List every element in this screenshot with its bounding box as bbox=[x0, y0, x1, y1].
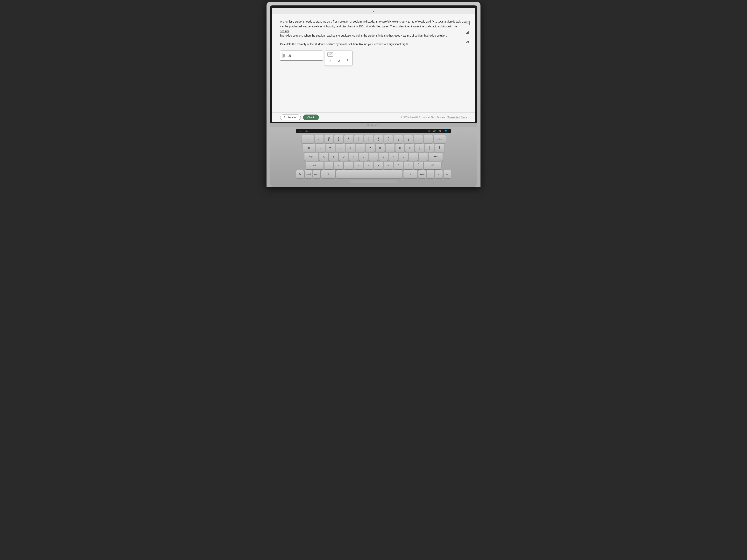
key-j[interactable]: J bbox=[379, 153, 388, 161]
key-2[interactable]: @2 bbox=[325, 135, 333, 143]
key-v[interactable]: V bbox=[354, 162, 363, 169]
periodic-table-button[interactable]: Ar bbox=[464, 38, 471, 45]
touchbar-settings-icon[interactable]: ✳ bbox=[428, 130, 430, 132]
key-k[interactable]: K bbox=[389, 153, 398, 161]
command-left-key[interactable]: ⌘ bbox=[321, 170, 335, 178]
esc-key[interactable]: esc bbox=[302, 135, 314, 143]
calculator-button[interactable] bbox=[464, 20, 471, 26]
spacebar-key[interactable] bbox=[336, 170, 403, 178]
touchbar-mute-icon[interactable]: 🔇 bbox=[439, 130, 442, 132]
key-b[interactable]: B bbox=[364, 162, 373, 169]
key-u[interactable]: U bbox=[376, 144, 385, 152]
delete-key[interactable]: delete bbox=[434, 135, 446, 143]
fn-key[interactable]: fn bbox=[296, 170, 304, 178]
key-8[interactable]: *8 bbox=[384, 135, 393, 143]
unit-symbol-box bbox=[282, 53, 287, 58]
key-w[interactable]: W bbox=[326, 144, 335, 152]
key-h[interactable]: H bbox=[369, 153, 378, 161]
key-semicolon[interactable]: :; bbox=[409, 153, 418, 161]
touchbar-volume-icon[interactable]: 🔊 bbox=[433, 130, 436, 132]
key-bracket-left[interactable]: {[ bbox=[415, 144, 424, 152]
key-period[interactable]: >. bbox=[404, 162, 413, 169]
key-quote[interactable]: "' bbox=[419, 153, 428, 161]
command-right-key[interactable]: ⌘ bbox=[404, 170, 417, 178]
chevron-down-icon[interactable]: ⌄ bbox=[372, 8, 375, 13]
svg-rect-3 bbox=[467, 23, 468, 23]
key-o[interactable]: O bbox=[395, 144, 405, 152]
svg-rect-1 bbox=[466, 21, 469, 22]
key-q[interactable]: Q bbox=[316, 144, 325, 152]
key-3[interactable]: #3 bbox=[334, 135, 343, 143]
input-row: M □ ×10 × ↺ ? bbox=[280, 51, 467, 66]
touchbar-hi: Hi bbox=[300, 130, 301, 132]
key-f[interactable]: F bbox=[349, 153, 358, 161]
key-7[interactable]: &7 bbox=[374, 135, 383, 143]
option-right-key[interactable]: option bbox=[418, 170, 426, 178]
check-button[interactable]: Check bbox=[303, 114, 319, 120]
key-6[interactable]: ^6 bbox=[364, 135, 373, 143]
option-left-key[interactable]: option bbox=[313, 170, 320, 178]
svg-rect-9 bbox=[467, 32, 468, 34]
key-backslash[interactable]: |\ bbox=[435, 144, 444, 152]
key-n[interactable]: N bbox=[374, 162, 383, 169]
key-p[interactable]: P bbox=[405, 144, 414, 152]
svg-rect-4 bbox=[468, 23, 469, 23]
key-1[interactable]: !1 bbox=[314, 135, 324, 143]
bar-chart-button[interactable] bbox=[464, 29, 471, 36]
control-key[interactable]: control bbox=[305, 170, 312, 178]
superscript-button[interactable]: □ ×10 bbox=[327, 52, 333, 57]
key-minus[interactable]: _- bbox=[414, 135, 423, 143]
key-row-2: tab Q W E R T Y U I O P {[ }] |\ bbox=[294, 144, 453, 152]
key-m[interactable]: M bbox=[384, 162, 393, 169]
key-s[interactable]: S bbox=[329, 153, 338, 161]
key-r[interactable]: R bbox=[346, 144, 355, 152]
key-0[interactable]: )0 bbox=[404, 135, 413, 143]
arrow-down-key[interactable]: ▽ bbox=[435, 170, 442, 178]
keyboard-area: Hi The ✳ 🔊 🔇 🌐 esc !1 @2 #3 $4 %5 ^6 &7 bbox=[270, 127, 477, 187]
touchbar: Hi The ✳ 🔊 🔇 🌐 bbox=[296, 129, 451, 133]
laptop-shell: ⌄ bbox=[266, 2, 481, 187]
key-bracket-right[interactable]: }] bbox=[425, 144, 434, 152]
right-shift-key[interactable]: shift bbox=[424, 162, 441, 169]
help-button[interactable]: ? bbox=[344, 58, 350, 63]
key-e[interactable]: E bbox=[336, 144, 345, 152]
left-shift-key[interactable]: shift bbox=[306, 162, 324, 169]
svg-rect-6 bbox=[467, 24, 468, 24]
macbook-label: MacBook Pro bbox=[270, 123, 477, 127]
key-l[interactable]: L bbox=[399, 153, 408, 161]
key-4[interactable]: $4 bbox=[344, 135, 353, 143]
key-x[interactable]: X bbox=[334, 162, 343, 169]
popup-top: □ ×10 bbox=[327, 52, 350, 57]
key-i[interactable]: I bbox=[386, 144, 394, 152]
caps-key[interactable]: caps bbox=[305, 153, 318, 161]
key-g[interactable]: G bbox=[359, 153, 368, 161]
answer-input-box[interactable]: M bbox=[280, 51, 323, 61]
key-a[interactable]: A bbox=[319, 153, 328, 161]
arrow-left-key[interactable]: ◁ bbox=[427, 170, 434, 178]
key-c[interactable]: C bbox=[344, 162, 353, 169]
trackpad[interactable] bbox=[350, 180, 397, 183]
question-text: A chemistry student needs to standardize… bbox=[280, 20, 467, 38]
key-z[interactable]: Z bbox=[325, 162, 333, 169]
return-key[interactable]: return bbox=[429, 153, 442, 161]
key-d[interactable]: D bbox=[339, 153, 348, 161]
key-t[interactable]: T bbox=[356, 144, 365, 152]
key-5[interactable]: %5 bbox=[354, 135, 363, 143]
key-equals[interactable]: += bbox=[424, 135, 433, 143]
close-button[interactable]: × bbox=[327, 58, 333, 63]
terms-link[interactable]: Terms of Use bbox=[447, 116, 459, 118]
undo-button[interactable]: ↺ bbox=[336, 58, 341, 63]
key-slash[interactable]: ?/ bbox=[414, 162, 423, 169]
touchbar-globe-icon[interactable]: 🌐 bbox=[445, 130, 447, 132]
popup-actions: × ↺ ? bbox=[327, 58, 350, 63]
unit-label: M bbox=[288, 54, 291, 57]
explanation-button[interactable]: Explanation bbox=[280, 114, 301, 120]
key-9[interactable]: (9 bbox=[394, 135, 403, 143]
key-y[interactable]: Y bbox=[366, 144, 375, 152]
tab-key[interactable]: tab bbox=[303, 144, 315, 152]
touchbar-the: The bbox=[305, 130, 308, 132]
privacy-link[interactable]: Privacy bbox=[460, 116, 467, 118]
arrow-right-key[interactable]: ▷ bbox=[443, 170, 451, 178]
key-comma[interactable]: <, bbox=[394, 162, 403, 169]
touchbar-right: ✳ 🔊 🔇 🌐 bbox=[428, 130, 447, 132]
